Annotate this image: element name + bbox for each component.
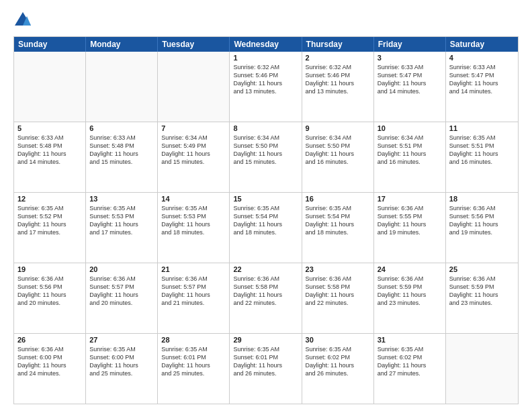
cell-text: Sunrise: 6:35 AM Sunset: 6:02 PM Dayligh… — [306, 345, 370, 378]
calendar-cell-8: 8Sunrise: 6:34 AM Sunset: 5:50 PM Daylig… — [230, 122, 302, 192]
calendar-cell-19: 19Sunrise: 6:36 AM Sunset: 5:56 PM Dayli… — [14, 263, 86, 333]
page-container: SundayMondayTuesdayWednesdayThursdayFrid… — [0, 0, 532, 411]
calendar-cell-17: 17Sunrise: 6:36 AM Sunset: 5:55 PM Dayli… — [374, 193, 446, 263]
cell-text: Sunrise: 6:36 AM Sunset: 5:57 PM Dayligh… — [89, 275, 154, 308]
header-friday: Friday — [374, 37, 446, 52]
calendar-row-0: 1Sunrise: 6:32 AM Sunset: 5:46 PM Daylig… — [14, 52, 518, 122]
header-sunday: Sunday — [14, 37, 86, 52]
calendar-cell-22: 22Sunrise: 6:36 AM Sunset: 5:58 PM Dayli… — [230, 263, 302, 333]
day-number: 15 — [233, 195, 298, 203]
calendar-cell-4: 4Sunrise: 6:33 AM Sunset: 5:47 PM Daylig… — [446, 52, 518, 122]
cell-text: Sunrise: 6:34 AM Sunset: 5:50 PM Dayligh… — [233, 134, 298, 167]
day-number: 19 — [17, 265, 82, 273]
day-number: 25 — [449, 265, 515, 273]
cell-text: Sunrise: 6:35 AM Sunset: 6:00 PM Dayligh… — [89, 345, 154, 378]
cell-text: Sunrise: 6:33 AM Sunset: 5:47 PM Dayligh… — [449, 63, 515, 96]
header-wednesday: Wednesday — [230, 37, 302, 52]
day-number: 12 — [17, 195, 82, 203]
calendar-cell-11: 11Sunrise: 6:35 AM Sunset: 5:51 PM Dayli… — [446, 122, 518, 192]
calendar-cell-31: 31Sunrise: 6:35 AM Sunset: 6:02 PM Dayli… — [374, 334, 446, 404]
cell-text: Sunrise: 6:34 AM Sunset: 5:49 PM Dayligh… — [161, 134, 226, 167]
calendar-cell-20: 20Sunrise: 6:36 AM Sunset: 5:57 PM Dayli… — [86, 263, 158, 333]
day-number: 31 — [378, 336, 442, 344]
day-number: 10 — [378, 124, 442, 132]
cell-text: Sunrise: 6:36 AM Sunset: 5:59 PM Dayligh… — [378, 275, 442, 308]
cell-text: Sunrise: 6:32 AM Sunset: 5:46 PM Dayligh… — [306, 63, 370, 96]
cell-text: Sunrise: 6:36 AM Sunset: 5:59 PM Dayligh… — [449, 275, 515, 308]
calendar-cell-7: 7Sunrise: 6:34 AM Sunset: 5:49 PM Daylig… — [158, 122, 230, 192]
calendar-body: 1Sunrise: 6:32 AM Sunset: 5:46 PM Daylig… — [14, 52, 518, 404]
calendar-cell-29: 29Sunrise: 6:35 AM Sunset: 6:01 PM Dayli… — [230, 334, 302, 404]
calendar-cell-2: 2Sunrise: 6:32 AM Sunset: 5:46 PM Daylig… — [302, 52, 374, 122]
calendar-cell-empty — [14, 52, 86, 122]
day-number: 26 — [17, 336, 82, 344]
day-number: 16 — [306, 195, 370, 203]
day-number: 23 — [306, 265, 370, 273]
calendar-cell-16: 16Sunrise: 6:35 AM Sunset: 5:54 PM Dayli… — [302, 193, 374, 263]
calendar-cell-25: 25Sunrise: 6:36 AM Sunset: 5:59 PM Dayli… — [446, 263, 518, 333]
cell-text: Sunrise: 6:33 AM Sunset: 5:48 PM Dayligh… — [17, 134, 82, 167]
cell-text: Sunrise: 6:36 AM Sunset: 5:56 PM Dayligh… — [17, 275, 82, 308]
calendar-cell-27: 27Sunrise: 6:35 AM Sunset: 6:00 PM Dayli… — [86, 334, 158, 404]
day-number: 5 — [17, 124, 82, 132]
cell-text: Sunrise: 6:36 AM Sunset: 5:56 PM Dayligh… — [449, 204, 515, 237]
calendar-cell-30: 30Sunrise: 6:35 AM Sunset: 6:02 PM Dayli… — [302, 334, 374, 404]
day-number: 21 — [161, 265, 226, 273]
cell-text: Sunrise: 6:36 AM Sunset: 5:57 PM Dayligh… — [161, 275, 226, 308]
header-saturday: Saturday — [446, 37, 518, 52]
cell-text: Sunrise: 6:35 AM Sunset: 5:54 PM Dayligh… — [233, 204, 298, 237]
cell-text: Sunrise: 6:34 AM Sunset: 5:50 PM Dayligh… — [306, 134, 370, 167]
calendar-cell-26: 26Sunrise: 6:36 AM Sunset: 6:00 PM Dayli… — [14, 334, 86, 404]
day-number: 30 — [306, 336, 370, 344]
calendar-cell-6: 6Sunrise: 6:33 AM Sunset: 5:48 PM Daylig… — [86, 122, 158, 192]
day-number: 27 — [89, 336, 154, 344]
header-tuesday: Tuesday — [158, 37, 230, 52]
cell-text: Sunrise: 6:35 AM Sunset: 6:01 PM Dayligh… — [161, 345, 226, 378]
cell-text: Sunrise: 6:35 AM Sunset: 5:53 PM Dayligh… — [89, 204, 154, 237]
day-number: 29 — [233, 336, 298, 344]
day-number: 14 — [161, 195, 226, 203]
calendar-cell-13: 13Sunrise: 6:35 AM Sunset: 5:53 PM Dayli… — [86, 193, 158, 263]
calendar-cell-28: 28Sunrise: 6:35 AM Sunset: 6:01 PM Dayli… — [158, 334, 230, 404]
cell-text: Sunrise: 6:35 AM Sunset: 6:01 PM Dayligh… — [233, 345, 298, 378]
header-monday: Monday — [86, 37, 158, 52]
day-number: 28 — [161, 336, 226, 344]
cell-text: Sunrise: 6:35 AM Sunset: 6:02 PM Dayligh… — [378, 345, 442, 378]
day-number: 17 — [378, 195, 442, 203]
calendar-cell-23: 23Sunrise: 6:36 AM Sunset: 5:58 PM Dayli… — [302, 263, 374, 333]
calendar-cell-12: 12Sunrise: 6:35 AM Sunset: 5:52 PM Dayli… — [14, 193, 86, 263]
cell-text: Sunrise: 6:35 AM Sunset: 5:53 PM Dayligh… — [161, 204, 226, 237]
day-number: 4 — [449, 54, 515, 62]
calendar-cell-empty — [86, 52, 158, 122]
calendar-cell-21: 21Sunrise: 6:36 AM Sunset: 5:57 PM Dayli… — [158, 263, 230, 333]
calendar-row-2: 12Sunrise: 6:35 AM Sunset: 5:52 PM Dayli… — [14, 192, 518, 263]
calendar: SundayMondayTuesdayWednesdayThursdayFrid… — [13, 36, 519, 404]
calendar-row-3: 19Sunrise: 6:36 AM Sunset: 5:56 PM Dayli… — [14, 263, 518, 333]
day-number: 2 — [306, 54, 370, 62]
cell-text: Sunrise: 6:32 AM Sunset: 5:46 PM Dayligh… — [233, 63, 298, 96]
cell-text: Sunrise: 6:33 AM Sunset: 5:47 PM Dayligh… — [378, 63, 442, 96]
logo-icon — [13, 11, 32, 30]
day-number: 18 — [449, 195, 515, 203]
day-number: 13 — [89, 195, 154, 203]
day-number: 11 — [449, 124, 515, 132]
day-number: 9 — [306, 124, 370, 132]
cell-text: Sunrise: 6:36 AM Sunset: 5:58 PM Dayligh… — [233, 275, 298, 308]
day-number: 6 — [89, 124, 154, 132]
calendar-cell-1: 1Sunrise: 6:32 AM Sunset: 5:46 PM Daylig… — [230, 52, 302, 122]
cell-text: Sunrise: 6:35 AM Sunset: 5:52 PM Dayligh… — [17, 204, 82, 237]
page-header — [13, 11, 519, 30]
calendar-cell-24: 24Sunrise: 6:36 AM Sunset: 5:59 PM Dayli… — [374, 263, 446, 333]
logo — [13, 11, 35, 30]
calendar-header: SundayMondayTuesdayWednesdayThursdayFrid… — [14, 37, 518, 52]
cell-text: Sunrise: 6:36 AM Sunset: 5:55 PM Dayligh… — [378, 204, 442, 237]
calendar-cell-9: 9Sunrise: 6:34 AM Sunset: 5:50 PM Daylig… — [302, 122, 374, 192]
calendar-cell-10: 10Sunrise: 6:34 AM Sunset: 5:51 PM Dayli… — [374, 122, 446, 192]
calendar-cell-empty — [446, 334, 518, 404]
calendar-cell-5: 5Sunrise: 6:33 AM Sunset: 5:48 PM Daylig… — [14, 122, 86, 192]
calendar-cell-15: 15Sunrise: 6:35 AM Sunset: 5:54 PM Dayli… — [230, 193, 302, 263]
day-number: 22 — [233, 265, 298, 273]
day-number: 1 — [233, 54, 298, 62]
cell-text: Sunrise: 6:34 AM Sunset: 5:51 PM Dayligh… — [378, 134, 442, 167]
day-number: 20 — [89, 265, 154, 273]
